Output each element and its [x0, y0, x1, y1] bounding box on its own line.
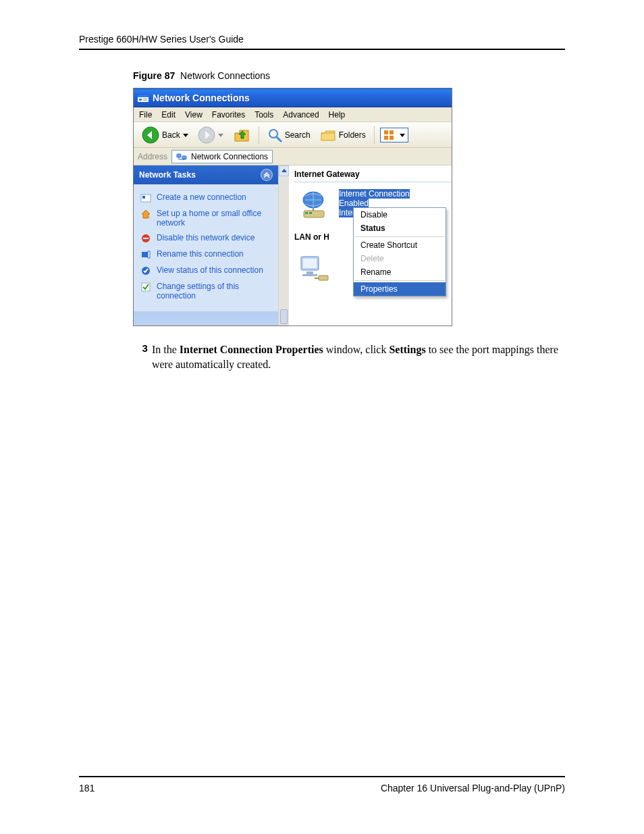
folders-label: Folders [339, 130, 366, 140]
chapter-label: Chapter 16 Universal Plug-and-Play (UPnP… [381, 783, 565, 793]
task-create-connection[interactable]: Create a new connection [139, 190, 273, 206]
cm-status[interactable]: Status [354, 221, 446, 235]
task-setup-network[interactable]: Set up a home or small office network [139, 206, 273, 230]
step-3: 3 In the Internet Connection Properties … [133, 342, 565, 372]
step-text: In the Internet Connection Properties wi… [152, 342, 565, 372]
figure-caption: Figure 87 Network Connections [133, 70, 565, 81]
svg-rect-3 [143, 99, 147, 99]
back-button[interactable]: Back [139, 125, 191, 145]
menu-view[interactable]: View [185, 110, 203, 120]
settings-icon [140, 282, 151, 292]
svg-rect-2 [139, 99, 142, 101]
titlebar[interactable]: Network Connections [134, 88, 452, 107]
network-connections-icon [176, 151, 187, 162]
svg-rect-4 [143, 100, 147, 101]
task-label: Change settings of this connection [157, 282, 271, 301]
rename-icon [140, 249, 151, 260]
ig-line1: Internet Connection [339, 189, 410, 199]
ig-line2: Enabled [339, 199, 369, 208]
up-button[interactable] [230, 125, 253, 145]
tasks-panel: Network Tasks Create a new connection [134, 165, 278, 325]
menubar: File Edit View Favorites Tools Advanced … [134, 107, 452, 122]
toolbar-separator [374, 126, 375, 144]
header-rule [79, 49, 565, 50]
svg-rect-32 [306, 271, 313, 274]
dropdown-arrow-icon [218, 132, 223, 138]
xp-window: Network Connections File Edit View Favor… [133, 88, 452, 326]
address-field[interactable]: Network Connections [171, 150, 273, 163]
content-pane: Internet Gateway [289, 165, 452, 325]
cm-properties[interactable]: Properties [354, 282, 446, 296]
toolbar-separator [259, 126, 259, 144]
addressbar: Address Network Connections [134, 148, 452, 165]
views-button[interactable] [380, 128, 408, 142]
cm-rename[interactable]: Rename [354, 265, 446, 279]
disable-icon [140, 233, 151, 244]
cm-disable[interactable]: Disable [354, 208, 446, 221]
menu-help[interactable]: Help [329, 110, 346, 120]
menu-edit[interactable]: Edit [161, 110, 176, 120]
task-label: View status of this connection [157, 265, 263, 275]
task-rename-connection[interactable]: Rename this connection [139, 246, 273, 263]
task-label: Set up a home or small office network [157, 209, 271, 228]
tasks-heading-label: Network Tasks [139, 170, 196, 180]
toolbar: Back Search Folders [134, 122, 452, 148]
tasks-card: Network Tasks Create a new connection [134, 165, 278, 311]
footer-rule [79, 776, 565, 777]
menu-favorites[interactable]: Favorites [212, 110, 245, 120]
tasks-list: Create a new connection Set up a home or… [134, 184, 278, 311]
menu-file[interactable]: File [139, 110, 152, 120]
tasks-heading[interactable]: Network Tasks [134, 165, 278, 184]
scroll-up-button[interactable] [279, 165, 289, 176]
figure-number: Figure 87 [133, 70, 175, 81]
group-internet-gateway: Internet Gateway [294, 170, 452, 180]
svg-rect-13 [384, 136, 388, 140]
svg-rect-20 [143, 238, 149, 239]
task-view-status[interactable]: View status of this connection [139, 263, 273, 279]
svg-rect-12 [390, 130, 394, 134]
task-label: Disable this network device [157, 233, 254, 242]
task-label: Create a new connection [157, 192, 246, 202]
svg-rect-15 [177, 154, 181, 157]
svg-rect-18 [142, 196, 145, 199]
back-label: Back [162, 130, 180, 140]
svg-rect-29 [309, 212, 312, 214]
folders-button[interactable]: Folders [317, 126, 369, 144]
cm-create-shortcut[interactable]: Create Shortcut [354, 238, 446, 252]
svg-rect-33 [302, 274, 317, 276]
step-number: 3 [133, 342, 148, 372]
svg-rect-11 [384, 130, 388, 134]
dropdown-arrow-icon [183, 132, 188, 138]
menu-tools[interactable]: Tools [254, 110, 273, 120]
status-icon [140, 265, 151, 276]
group-rule [294, 182, 452, 182]
svg-rect-28 [305, 212, 308, 214]
page-number: 181 [79, 783, 95, 793]
forward-button[interactable] [195, 125, 226, 145]
search-button[interactable]: Search [265, 126, 313, 144]
search-label: Search [285, 130, 311, 140]
task-disable-device[interactable]: Disable this network device [139, 230, 273, 246]
window-title: Network Connections [153, 93, 250, 103]
svg-rect-31 [303, 259, 317, 268]
figure-title: Network Connections [180, 70, 270, 81]
task-change-settings[interactable]: Change settings of this connection [139, 279, 273, 303]
svg-line-10 [277, 137, 281, 141]
footer: 181 Chapter 16 Universal Plug-and-Play (… [79, 783, 565, 793]
window-body: Network Tasks Create a new connection [134, 165, 452, 325]
running-head: Prestige 660H/HW Series User's Guide [79, 34, 565, 45]
home-network-icon [140, 209, 151, 219]
cm-separator [354, 236, 445, 237]
address-value: Network Connections [191, 152, 268, 161]
task-label: Rename this connection [157, 249, 244, 259]
cm-delete: Delete [354, 252, 446, 265]
menu-advanced[interactable]: Advanced [283, 110, 319, 120]
scrollbar[interactable] [278, 165, 289, 325]
svg-rect-1 [138, 95, 149, 97]
svg-rect-14 [390, 136, 394, 140]
collapse-icon[interactable] [261, 169, 273, 181]
wizard-icon [140, 192, 151, 203]
scroll-thumb[interactable] [280, 309, 288, 324]
cm-separator [354, 280, 445, 281]
svg-rect-22 [148, 251, 150, 258]
